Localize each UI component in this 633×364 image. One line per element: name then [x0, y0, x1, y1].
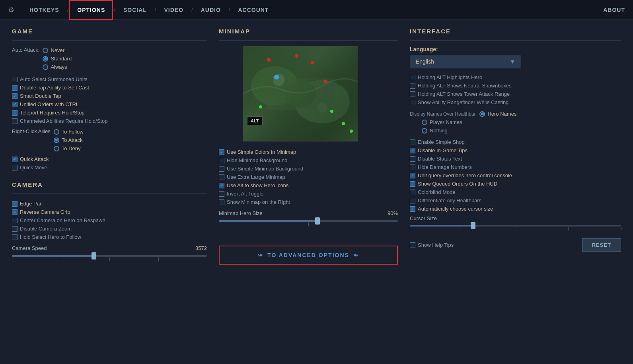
dn-nothing[interactable]: Nothing [422, 126, 621, 135]
cb-minimap-right[interactable]: Show Minimap on the Right [219, 198, 398, 206]
checkbox-alt-hero[interactable] [219, 183, 224, 188]
cb-double-tap[interactable]: Double Tap Ability to Self Cast [12, 83, 207, 92]
display-names-section: Display Names Over Healthbar Hero Names … [410, 110, 621, 135]
cb-holding-alt-neutral[interactable]: Holding ALT Shows Neutral Spawnboxes [410, 81, 621, 90]
cb-extra-large[interactable]: Use Extra Large Minimap [219, 173, 398, 181]
cb-auto-cursor[interactable]: Automatically choose cursor size [410, 205, 621, 213]
radio-to-deny[interactable] [54, 146, 59, 151]
checkbox-holding-alt-neutral[interactable] [410, 83, 415, 89]
cb-unified-orders[interactable]: Unified Orders with CTRL [12, 100, 207, 108]
checkbox-differentiate-ally[interactable] [410, 198, 415, 203]
checkbox-unit-query[interactable] [410, 173, 415, 178]
checkbox-disable-zoom[interactable] [12, 226, 18, 232]
cb-edge-pan[interactable]: Edge Pan [12, 199, 207, 208]
cb-alt-hero[interactable]: Use Alt to show Hero icons [219, 181, 398, 190]
minimap-dot-2 [295, 54, 298, 58]
rca-to-follow[interactable]: To Follow [54, 128, 84, 136]
checkbox-hide-bg[interactable] [219, 158, 224, 163]
checkbox-teleport[interactable] [12, 110, 18, 116]
checkbox-enable-simple-shop[interactable] [410, 139, 415, 145]
cb-hide-damage-numbers[interactable]: Hide Damage Numbers [410, 163, 621, 171]
advanced-options-button[interactable]: ⤔ TO ADVANCED OPTIONS ⤕ [219, 246, 398, 265]
checkbox-quick-move[interactable] [12, 165, 18, 170]
cb-teleport[interactable]: Teleport Requires Hold/Stop [12, 108, 207, 117]
cb-differentiate-ally[interactable]: Differentiate Ally Healthbars [410, 196, 621, 205]
checkbox-auto-cursor[interactable] [410, 206, 415, 212]
language-dropdown[interactable]: English ▼ [410, 55, 521, 68]
checkbox-show-help-tips[interactable] [410, 242, 415, 248]
nav-item-options[interactable]: OPTIONS [69, 0, 113, 20]
checkbox-unified-orders[interactable] [12, 102, 18, 107]
rca-to-deny[interactable]: To Deny [54, 144, 84, 153]
nav-about[interactable]: ABOUT [603, 7, 625, 13]
checkbox-colorblind[interactable] [410, 190, 415, 195]
cb-quick-attack[interactable]: Quick Attack [12, 155, 207, 163]
checkbox-holding-alt-tower[interactable] [410, 91, 415, 97]
radio-to-attack[interactable] [54, 137, 59, 143]
cb-enable-simple-shop[interactable]: Enable Simple Shop [410, 138, 621, 146]
dn-player-names[interactable]: Player Names [422, 118, 621, 126]
radio-player-names[interactable] [422, 120, 427, 125]
checkbox-invert-alt[interactable] [219, 191, 224, 197]
checkbox-disable-ingame-tips[interactable] [410, 148, 415, 153]
auto-attack-always[interactable]: Always [43, 63, 72, 71]
checkbox-hide-damage-numbers[interactable] [410, 165, 415, 170]
main-content: GAME Auto Attack: Never Standard [0, 20, 633, 364]
checkbox-double-tap[interactable] [12, 85, 18, 91]
checkbox-quick-attack[interactable] [12, 157, 18, 162]
nav-item-account[interactable]: ACCOUNT [231, 0, 276, 20]
checkbox-channeled[interactable] [12, 118, 18, 124]
cb-holding-alt-highlights[interactable]: Holding ALT Highlights Hero [410, 73, 621, 81]
cb-auto-select[interactable]: Auto Select Summoned Units [12, 75, 207, 83]
cb-show-queued[interactable]: Show Queued Orders On the HUD [410, 180, 621, 188]
cb-holding-alt-tower[interactable]: Holding ALT Shows Tower Attack Range [410, 90, 621, 98]
auto-attack-standard[interactable]: Standard [43, 54, 72, 63]
checkbox-simple-bg[interactable] [219, 166, 224, 172]
auto-attack-never[interactable]: Never [43, 46, 72, 54]
cb-disable-zoom[interactable]: Disable Camera Zoom [12, 225, 207, 233]
checkbox-extra-large[interactable] [219, 174, 224, 180]
checkbox-auto-select[interactable] [12, 77, 18, 82]
cb-disable-ingame-tips[interactable]: Disable In-Game Tips [410, 146, 621, 155]
cb-reverse-camera[interactable]: Reverse Camera Grip [12, 208, 207, 216]
radio-never[interactable] [43, 48, 48, 53]
cb-show-ability-range[interactable]: Show Ability Rangefinder While Casting [410, 98, 621, 106]
cb-unit-query[interactable]: Unit query overrides hero control consol… [410, 171, 621, 180]
cb-simple-bg[interactable]: Use Simple Minimap Background [219, 165, 398, 173]
checkbox-smart-double[interactable] [12, 93, 18, 99]
checkbox-center-camera[interactable] [12, 218, 18, 223]
cb-hold-select[interactable]: Hold Select Hero to Follow [12, 233, 207, 241]
checkbox-minimap-right[interactable] [219, 199, 224, 205]
cb-quick-move[interactable]: Quick Move [12, 163, 207, 172]
dn-hero-names[interactable]: Hero Names [479, 110, 516, 118]
radio-standard[interactable] [43, 56, 48, 62]
cb-colorblind[interactable]: Colorblind Mode [410, 188, 621, 196]
nav-item-video[interactable]: VIDEO [157, 0, 191, 20]
checkbox-holding-alt-highlights[interactable] [410, 75, 415, 80]
checkbox-edge-pan[interactable] [12, 201, 18, 207]
cb-center-camera[interactable]: Center Camera on Hero on Respawn [12, 216, 207, 225]
cb-hide-bg[interactable]: Hide Minimap Background [219, 156, 398, 165]
radio-always[interactable] [43, 64, 48, 70]
checkbox-reverse-camera[interactable] [12, 209, 18, 215]
cb-channeled[interactable]: Channeled Abilities Require Hold/Stop [12, 117, 207, 125]
checkbox-hold-select[interactable] [12, 234, 18, 240]
cb-invert-alt[interactable]: Invert Alt Toggle [219, 190, 398, 198]
cb-simple-colors[interactable]: Use Simple Colors in Minimap [219, 148, 398, 156]
nav-item-social[interactable]: SOCIAL [116, 0, 154, 20]
checkbox-show-queued[interactable] [410, 181, 415, 187]
nav-item-hotkeys[interactable]: HOTKEYS [22, 0, 66, 20]
gear-icon[interactable]: ⚙ [8, 6, 14, 14]
nav-item-audio[interactable]: AUDIO [194, 0, 228, 20]
cb-show-help-tips[interactable]: Show Help Tips [410, 241, 454, 249]
rca-to-attack[interactable]: To Attack [54, 136, 84, 144]
radio-nothing[interactable] [422, 128, 427, 134]
cb-smart-double[interactable]: Smart Double Tap [12, 92, 207, 100]
reset-button[interactable]: RESET [582, 238, 621, 252]
radio-to-follow[interactable] [54, 129, 59, 135]
checkbox-show-ability-range[interactable] [410, 100, 415, 105]
cb-disable-status-text[interactable]: Disable Status Text [410, 155, 621, 163]
checkbox-simple-colors[interactable] [219, 149, 224, 155]
checkbox-disable-status-text[interactable] [410, 156, 415, 162]
radio-hero-names[interactable] [479, 111, 485, 117]
